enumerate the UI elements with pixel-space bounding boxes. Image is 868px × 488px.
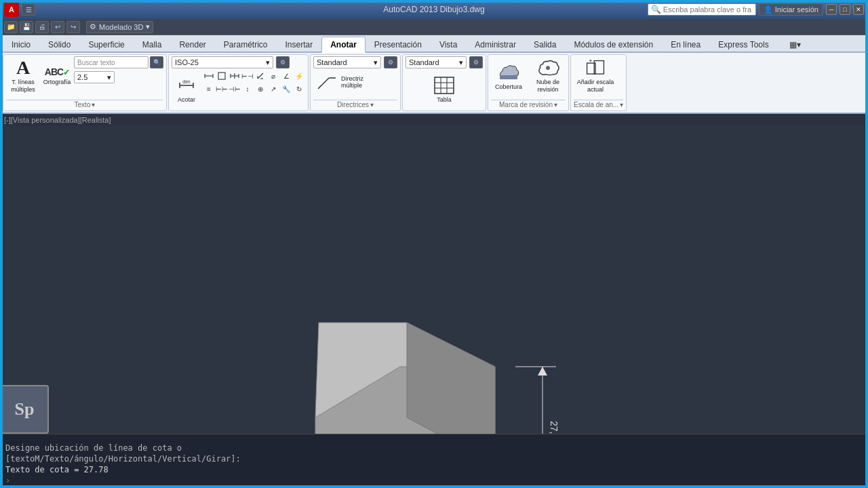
minimize-button[interactable]: ─ [826,4,837,15]
group-marca-label[interactable]: Marca de revisión ▾ [491,100,566,109]
plot-button[interactable]: 🖨 [35,21,49,33]
gear-icon: ⚙ [90,22,96,31]
btn-acotar[interactable]: dim Acotar [172,70,201,109]
group-escala-label[interactable]: Escala de an... ▾ [574,100,623,109]
scale-icon [583,58,608,77]
radius-dim-icon [255,70,266,81]
btn-quiebre[interactable]: ⊣⊢ [229,83,241,95]
btn-codo[interactable]: ↗ [267,83,279,95]
group-texto: A T. líneasmúltiples ABC✓ Ortografía Bus… [3,54,167,111]
btn-nube-revision[interactable]: Nube derevisión [530,56,566,96]
viewport[interactable]: 22,28 19,91 27,78 Y Z × Sp [0,126,868,434]
group-marca-revision: Cobertura Nube derevisión Marca de revis… [488,54,569,111]
cotas-style-dropdown[interactable]: ISO-25 ▾ [172,56,273,68]
btn-anadir-escala[interactable]: Añadir escalaactual [574,56,617,96]
find-btn[interactable]: 🔍 [150,56,163,68]
btn-linea-base[interactable]: ≡ [203,83,215,95]
svg-point-24 [546,66,550,70]
btn-ajuste[interactable]: ↕ [241,83,254,95]
tab-malla[interactable]: Malla [134,37,171,52]
btn-lineal[interactable] [203,70,215,82]
tab-presentacion[interactable]: Presentación [366,37,431,52]
group-texto-label[interactable]: Texto ▾ [6,100,163,109]
grupo-cotas-content: ISO-25 ▾ ⚙ dim Acotar [172,56,305,109]
btn-coordenada[interactable]: ⊢⊣ [241,70,254,82]
cotas-settings-btn[interactable]: ⚙ [276,56,290,68]
text-size-dropdown[interactable]: 2.5 ▾ [74,71,115,83]
group-directrices-label[interactable]: Directrices ▾ [313,100,397,109]
cotas-top-row: ISO-25 ▾ ⚙ [172,56,290,68]
btn-arco[interactable] [229,70,241,82]
btn-cobertura[interactable]: Cobertura [491,56,526,96]
tab-express-tools[interactable]: Express Tools [709,37,777,52]
tab-inicio[interactable]: Inicio [3,37,39,52]
annotation-bar: [-][Vista personalizada][Realista] [0,114,868,126]
tab-salida[interactable]: Salida [525,37,565,52]
texto-small-col: ABC✓ Ortografía [42,56,72,96]
tab-render[interactable]: Render [170,37,214,52]
btn-reemplazar[interactable]: 🔧 [280,83,292,95]
window-title: AutoCAD 2013 Dibujo3.dwg [383,5,484,14]
tab-solido[interactable]: Sólido [39,37,79,52]
tab-anotar[interactable]: Anotar [321,37,366,53]
btn-radio[interactable] [254,70,267,82]
maximize-button[interactable]: □ [840,4,850,15]
tab-extra[interactable]: ▦▾ [781,37,810,52]
sign-in-button[interactable]: 👤 Iniciar sesión [759,3,823,16]
directrices-settings-btn[interactable]: ⚙ [384,56,397,68]
tab-en-linea[interactable]: En línea [662,37,709,52]
cotas-icons-row: dim Acotar [172,70,305,109]
undo-button[interactable]: ↩ [51,21,64,33]
directrices-style-dropdown[interactable]: Standard ▾ [313,56,381,68]
open-button[interactable]: 📁 [4,21,18,33]
menu-btn[interactable]: ☰ [22,3,35,16]
titlebar: A ☰ AutoCAD 2013 Dibujo3.dwg 🔍 👤 Iniciar… [0,0,868,19]
workspace-dropdown[interactable]: ⚙ Modelado 3D ▾ [86,21,153,33]
btn-directriz-multiple[interactable]: Directrizmúltiple [313,70,368,94]
tab-parametrico[interactable]: Paramétrico [215,37,277,52]
btn-texto-lineas[interactable]: A T. líneasmúltiples [6,56,40,96]
btn-actualizar[interactable]: ↻ [293,83,305,95]
expand-icon: ▾ [370,101,374,108]
search-bar[interactable]: 🔍 [648,3,756,16]
chevron-down-icon: ▾ [374,58,378,67]
search-input[interactable] [663,5,751,14]
command-line[interactable]: Designe ubicación de línea de cota o [te… [0,434,868,488]
svg-marker-45 [538,367,547,375]
close-button[interactable]: ✕ [853,4,864,15]
svg-rect-18 [435,77,454,94]
tab-modulos[interactable]: Módulos de extensión [565,37,662,52]
btn-tabla[interactable]: Tabla [424,70,465,109]
spellcheck-logo: Sp [0,385,49,434]
svg-line-12 [258,73,263,79]
find-text-dropdown[interactable]: Buscar texto [74,56,149,68]
btn-continua[interactable]: ⊢⊢ [216,83,228,95]
titlebar-left: A ☰ [4,2,35,17]
expand-icon: ▾ [92,101,95,108]
save-button[interactable]: 💾 [20,21,33,33]
btn-diametro[interactable]: ⌀ [267,70,279,82]
tabla-settings-btn[interactable]: ⚙ [469,56,483,68]
command-input[interactable] [13,476,863,485]
btn-inspeccion[interactable]: ⊕ [254,83,267,95]
expand-icon: ▾ [554,101,557,108]
quick-access-toolbar: 📁 💾 🖨 ↩ ↪ ⚙ Modelado 3D ▾ [0,19,868,35]
chevron-down-icon: ▾ [107,73,111,82]
multiline-text-icon: A [16,58,30,77]
group-tablas: Standard ▾ ⚙ Tabla ▦ ▤ ▧ ▥ [402,54,486,111]
table-icon [433,76,455,95]
directrices-style-row: Standard ▾ ⚙ [313,56,397,68]
btn-rapida[interactable]: ⚡ [293,70,305,82]
btn-alineado[interactable] [216,70,228,82]
tab-insertar[interactable]: Insertar [276,37,321,52]
svg-rect-23 [500,75,517,79]
tab-vista[interactable]: Vista [431,37,466,52]
btn-angulo[interactable]: ∠ [280,70,292,82]
cmd-prompt-row[interactable]: › [5,476,863,485]
btn-ortografia[interactable]: ABC✓ Ortografía [42,56,72,96]
tab-superficie[interactable]: Superficie [79,37,133,52]
tabla-style-dropdown[interactable]: Standard ▾ [406,56,467,68]
grupo-directrices-content: Standard ▾ ⚙ Directrizmúltiple [313,56,397,98]
redo-button[interactable]: ↪ [66,21,80,33]
tab-administrar[interactable]: Administrar [466,37,525,52]
